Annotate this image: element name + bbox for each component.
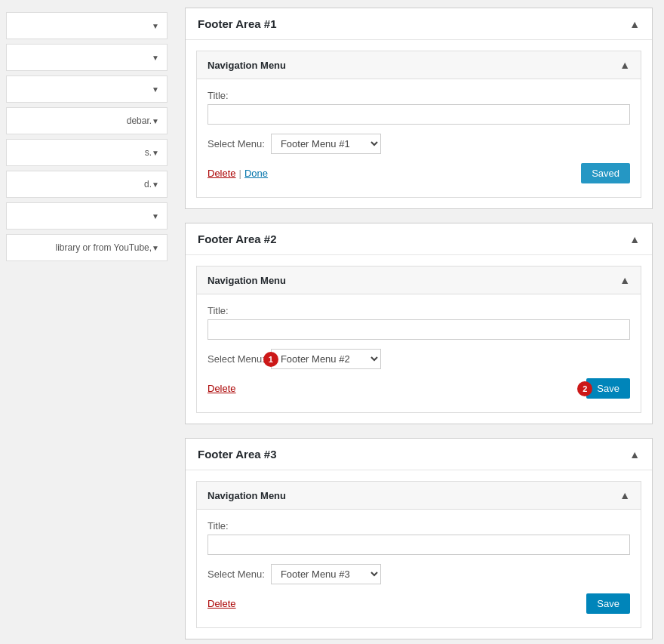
title-input-3[interactable] <box>208 535 630 555</box>
page-wrapper: ▼ ▼ ▼ debar. ▼ s. ▼ d. ▼ ▼ library or fr… <box>0 0 664 644</box>
title-label-3: Title: <box>208 520 630 532</box>
title-field-group-3: Title: <box>208 520 630 555</box>
chevron-down-icon: ▼ <box>152 180 159 189</box>
separator-1: | <box>239 168 241 179</box>
nav-menu-1-title: Navigation Menu <box>208 60 286 71</box>
sidebar-item-2[interactable]: ▼ <box>6 44 168 71</box>
nav-menu-2-title: Navigation Menu <box>208 275 286 286</box>
select-menu-row-1: Select Menu: — Select — Footer Menu #1 F… <box>208 134 630 154</box>
title-label-2: Title: <box>208 305 630 316</box>
footer-area-1-title: Footer Area #1 <box>198 17 276 30</box>
title-input-1[interactable] <box>208 104 630 125</box>
chevron-down-icon: ▼ <box>152 85 159 94</box>
save-button-2[interactable]: Save <box>586 378 630 399</box>
chevron-down-icon: ▼ <box>152 149 159 157</box>
footer-area-3-header[interactable]: Footer Area #3 ▲ <box>186 439 652 470</box>
nav-menu-widget-2: Navigation Menu ▲ Title: Select Menu: — … <box>196 266 641 413</box>
footer-area-2-header[interactable]: Footer Area #2 ▲ <box>186 223 652 255</box>
select-menu-2[interactable]: — Select — Footer Menu #1 Footer Menu #2… <box>271 349 381 369</box>
sidebar-item-7[interactable]: ▼ <box>6 202 168 230</box>
delete-link-1[interactable]: Delete <box>208 168 236 179</box>
footer-area-1-header[interactable]: Footer Area #1 ▲ <box>186 8 652 40</box>
nav-menu-1-body: Title: Select Menu: — Select — Footer Me… <box>197 79 641 197</box>
chevron-down-icon: ▼ <box>152 212 159 220</box>
sidebar-text-8: library or from YouTube, <box>51 242 152 253</box>
sidebar-item-5: s. ▼ <box>6 139 168 166</box>
nav-menu-widget-1: Navigation Menu ▲ Title: Select Menu: — … <box>196 51 641 198</box>
sidebar-item-8: library or from YouTube, ▼ <box>6 234 168 261</box>
sidebar-item-1[interactable]: ▼ <box>6 12 168 39</box>
sidebar-item-3[interactable]: ▼ <box>6 75 168 103</box>
chevron-down-icon: ▼ <box>152 117 159 125</box>
done-link-1[interactable]: Done <box>244 168 268 179</box>
title-input-2[interactable] <box>208 319 630 340</box>
sidebar-text-5: s. <box>140 147 152 158</box>
footer-links-1: Delete | Done <box>208 168 268 179</box>
step-badge-1: 1 <box>263 352 278 367</box>
title-field-group-1: Title: <box>208 90 630 125</box>
sidebar: ▼ ▼ ▼ debar. ▼ s. ▼ d. ▼ ▼ library or fr… <box>0 0 174 644</box>
footer-area-2-title: Footer Area #2 <box>198 233 276 245</box>
collapse-icon-3[interactable]: ▲ <box>629 448 640 461</box>
title-label-1: Title: <box>208 90 630 101</box>
sidebar-item-6: d. ▼ <box>6 171 168 198</box>
chevron-down-icon: ▼ <box>152 54 159 62</box>
sidebar-item-4: debar. ▼ <box>6 107 168 134</box>
nav-menu-2-collapse-icon[interactable]: ▲ <box>619 274 630 286</box>
nav-menu-3-footer: Delete Save <box>208 593 630 617</box>
footer-area-2: Footer Area #2 ▲ Navigation Menu ▲ Title… <box>185 223 653 424</box>
sidebar-text-4: debar. <box>122 116 152 126</box>
select-menu-1[interactable]: — Select — Footer Menu #1 Footer Menu #2… <box>271 134 381 154</box>
select-menu-3[interactable]: — Select — Footer Menu #1 Footer Menu #2… <box>271 564 381 584</box>
select-menu-label-1: Select Menu: <box>208 138 265 149</box>
nav-menu-2-header[interactable]: Navigation Menu ▲ <box>197 267 641 294</box>
nav-menu-2-body: Title: Select Menu: — Select — Footer Me… <box>197 294 641 412</box>
select-menu-label-3: Select Menu: <box>208 569 265 580</box>
nav-menu-2-footer: Delete 2 Save <box>208 378 630 402</box>
chevron-down-icon: ▼ <box>152 22 159 30</box>
select-menu-row-3: Select Menu: — Select — Footer Menu #1 F… <box>208 564 630 584</box>
footer-area-3: Footer Area #3 ▲ Navigation Menu ▲ Title… <box>185 438 653 639</box>
footer-links-2: Delete <box>208 383 236 394</box>
save-badge-wrapper: 2 Save <box>586 378 630 399</box>
title-field-group-2: Title: <box>208 305 630 340</box>
chevron-down-icon: ▼ <box>152 244 159 252</box>
sidebar-text-6: d. <box>140 179 152 190</box>
select-menu-row-2: Select Menu: — Select — Footer Menu #1 F… <box>208 349 630 369</box>
badge-wrapper-1: — Select — Footer Menu #1 Footer Menu #2… <box>271 349 381 369</box>
nav-menu-3-header[interactable]: Navigation Menu ▲ <box>197 482 641 510</box>
nav-menu-3-body: Title: Select Menu: — Select — Footer Me… <box>197 510 641 627</box>
collapse-icon-2[interactable]: ▲ <box>629 233 640 245</box>
footer-links-3: Delete <box>208 598 236 609</box>
nav-menu-widget-3: Navigation Menu ▲ Title: Select Menu: — … <box>196 481 641 628</box>
nav-menu-1-header[interactable]: Navigation Menu ▲ <box>197 51 641 79</box>
select-menu-label-2: Select Menu: <box>208 353 265 365</box>
nav-menu-1-footer: Delete | Done Saved <box>208 163 630 186</box>
nav-menu-3-title: Navigation Menu <box>208 490 286 501</box>
footer-area-3-title: Footer Area #3 <box>198 448 276 461</box>
nav-menu-3-collapse-icon[interactable]: ▲ <box>619 489 630 501</box>
nav-menu-1-collapse-icon[interactable]: ▲ <box>619 59 630 71</box>
delete-link-3[interactable]: Delete <box>208 598 236 609</box>
delete-link-2[interactable]: Delete <box>208 383 236 394</box>
step-badge-2: 2 <box>577 381 592 396</box>
footer-area-1: Footer Area #1 ▲ Navigation Menu ▲ Title… <box>185 8 653 209</box>
collapse-icon-1[interactable]: ▲ <box>629 18 640 30</box>
main-content: Footer Area #1 ▲ Navigation Menu ▲ Title… <box>174 0 664 644</box>
save-button-3[interactable]: Save <box>586 593 630 614</box>
saved-button-1: Saved <box>581 163 630 183</box>
